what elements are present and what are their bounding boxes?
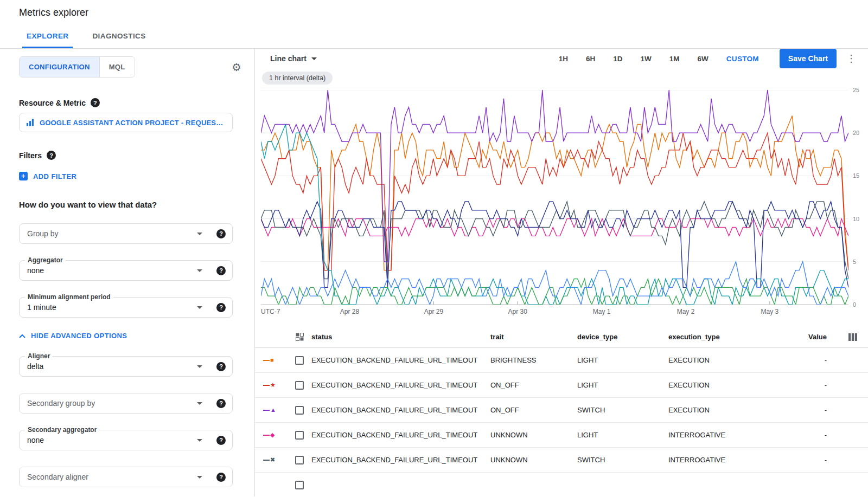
help-icon[interactable]: ? [216, 473, 226, 482]
field-value: Secondary group by [27, 399, 197, 408]
resource-metric-section: Resource & Metric ? [19, 98, 244, 107]
chevron-down-icon [197, 439, 202, 442]
range-1h[interactable]: 1H [559, 55, 568, 63]
save-chart-button[interactable]: Save Chart [780, 49, 837, 68]
help-icon[interactable]: ? [216, 266, 226, 275]
status-cell: EXECUTION_BACKEND_FAILURE_URL_TIMEOUT [311, 431, 490, 439]
resource-metric-label: Resource & Metric [19, 99, 86, 107]
y-axis: 2520151050 [848, 90, 868, 305]
chart-canvas [261, 90, 848, 305]
chevron-down-icon [197, 306, 202, 309]
execution-type-cell: EXECUTION [668, 381, 804, 389]
configuration-sidebar: CONFIGURATION MQL ⚙ Resource & Metric ? … [0, 49, 255, 496]
value-cell: - [804, 381, 838, 389]
field-value: Group by [27, 229, 197, 238]
mql-tab[interactable]: MQL [99, 57, 135, 77]
help-icon[interactable]: ? [216, 362, 226, 371]
row-checkbox[interactable] [295, 481, 304, 489]
chart-panel: Line chart 1H 6H 1D 1W 1M 6W CUSTOM Save… [255, 49, 868, 496]
min-alignment-select[interactable]: Minimum alignment period 1 minute ? [19, 297, 233, 318]
value-cell: - [804, 456, 838, 464]
metric-selector[interactable]: GOOGLE ASSISTANT ACTION PROJECT - REQUES… [19, 113, 233, 132]
col-status: status [311, 333, 490, 341]
help-icon[interactable]: ? [216, 436, 226, 445]
y-tick-label: 25 [853, 87, 859, 93]
bar-chart-icon [26, 118, 34, 127]
help-icon[interactable]: ? [216, 399, 226, 408]
table-row: ▲ EXECUTION_BACKEND_FAILURE_URL_TIMEOUT … [255, 398, 868, 423]
group-by-select[interactable]: Group by ? [19, 223, 233, 244]
status-cell: EXECUTION_BACKEND_FAILURE_URL_TIMEOUT [311, 406, 490, 414]
hide-advanced-options-link[interactable]: HIDE ADVANCED OPTIONS [19, 332, 244, 340]
y-tick-label: 0 [853, 301, 856, 308]
chart-type-select[interactable]: Line chart [270, 54, 317, 63]
device-type-cell: SWITCH [577, 406, 668, 414]
range-6h[interactable]: 6H [586, 55, 595, 63]
range-1d[interactable]: 1D [613, 55, 622, 63]
chip-row: 1 hr interval (delta) [255, 72, 868, 85]
table-row: ✖ EXECUTION_BACKEND_FAILURE_URL_TIMEOUT … [255, 448, 868, 473]
series-marker: ◆ [262, 432, 288, 438]
row-checkbox[interactable] [295, 456, 304, 464]
row-checkbox[interactable] [295, 381, 304, 390]
x-axis: UTC-7Apr 28Apr 29Apr 30May 1May 2May 3 [261, 306, 848, 318]
secondary-aggregator-select[interactable]: Secondary aggregator none ? [19, 430, 233, 450]
row-checkbox[interactable] [295, 406, 304, 415]
table-row: ■ EXECUTION_BACKEND_FAILURE_URL_TIMEOUT … [255, 348, 868, 373]
trait-cell: ON_OFF [490, 381, 577, 389]
interval-chip[interactable]: 1 hr interval (delta) [262, 72, 333, 85]
field-label: Aggregator [25, 256, 66, 264]
aggregator-select[interactable]: Aggregator none ? [19, 260, 233, 281]
help-icon[interactable]: ? [216, 303, 226, 312]
device-type-cell: LIGHT [577, 381, 668, 389]
y-tick-label: 20 [853, 130, 859, 136]
series-table: status trait device_type execution_type … [255, 326, 868, 497]
chevron-down-icon [197, 269, 202, 272]
utc-label: UTC-7 [261, 308, 280, 315]
secondary-group-by-select[interactable]: Secondary group by ? [19, 393, 233, 414]
help-icon[interactable]: ? [47, 151, 56, 160]
table-row [255, 473, 868, 497]
field-value: 1 minute [27, 303, 197, 312]
value-cell: - [804, 356, 838, 364]
main-content: CONFIGURATION MQL ⚙ Resource & Metric ? … [0, 49, 868, 496]
series-marker: ■ [262, 357, 288, 363]
col-value: Value [804, 333, 838, 341]
gear-icon[interactable]: ⚙ [232, 61, 241, 74]
more-options-icon[interactable]: ⋮ [846, 53, 856, 64]
status-cell: EXECUTION_BACKEND_FAILURE_URL_TIMEOUT [311, 456, 490, 464]
help-icon[interactable]: ? [91, 98, 100, 107]
x-tick-label: Apr 29 [424, 308, 443, 315]
range-custom[interactable]: CUSTOM [726, 55, 759, 63]
column-selector-icon[interactable] [848, 333, 857, 341]
x-tick-label: May 2 [677, 308, 695, 315]
page-title: Metrics explorer [19, 7, 88, 18]
x-tick-label: May 3 [761, 308, 779, 315]
x-tick-label: Apr 30 [508, 308, 527, 315]
line-chart[interactable]: 2520151050 UTC-7Apr 28Apr 29Apr 30May 1M… [261, 90, 868, 318]
configuration-tab[interactable]: CONFIGURATION [20, 57, 99, 77]
y-tick-label: 5 [853, 259, 856, 265]
help-icon[interactable]: ? [216, 229, 226, 238]
add-filter-button[interactable]: + ADD FILTER [19, 172, 76, 180]
time-range-group: 1H 6H 1D 1W 1M 6W CUSTOM [559, 55, 759, 63]
x-tick-label: Apr 28 [340, 308, 359, 315]
row-checkbox[interactable] [295, 356, 304, 365]
toggle-all-series-icon[interactable] [296, 333, 304, 341]
series-marker: ★ [262, 382, 288, 388]
range-1m[interactable]: 1M [669, 55, 680, 63]
x-tick-label: May 1 [593, 308, 611, 315]
secondary-aligner-select[interactable]: Secondary aligner ? [19, 467, 233, 487]
device-type-cell: LIGHT [577, 431, 668, 439]
range-6w[interactable]: 6W [698, 55, 709, 63]
tab-diagnostics[interactable]: DIAGNOSTICS [88, 25, 150, 48]
tab-explorer[interactable]: EXPLORER [22, 25, 73, 48]
app-header: Metrics explorer [0, 0, 868, 25]
col-device-type: device_type [577, 333, 668, 341]
aligner-select[interactable]: Aligner delta ? [19, 356, 233, 377]
execution-type-cell: EXECUTION [668, 356, 804, 364]
row-checkbox[interactable] [295, 431, 304, 440]
chevron-down-icon [197, 476, 202, 479]
field-label: Secondary aggregator [25, 426, 99, 434]
range-1w[interactable]: 1W [641, 55, 652, 63]
